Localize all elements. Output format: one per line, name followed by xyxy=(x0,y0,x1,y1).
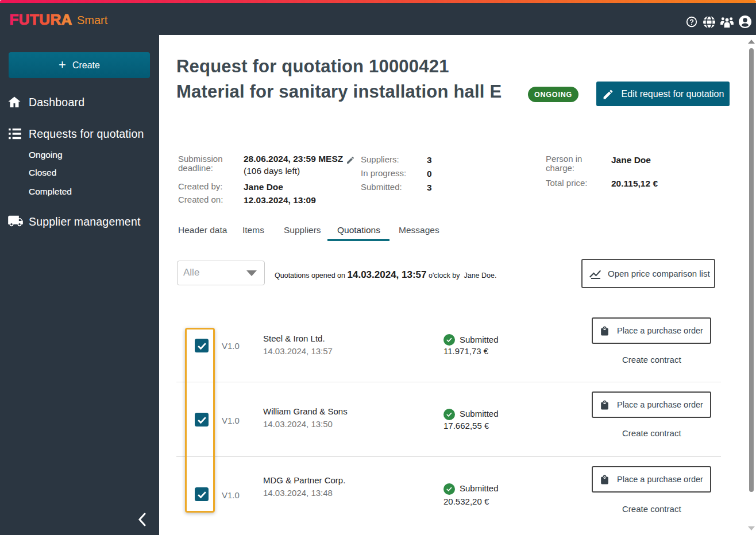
svg-text:FUTURA: FUTURA xyxy=(10,11,72,28)
